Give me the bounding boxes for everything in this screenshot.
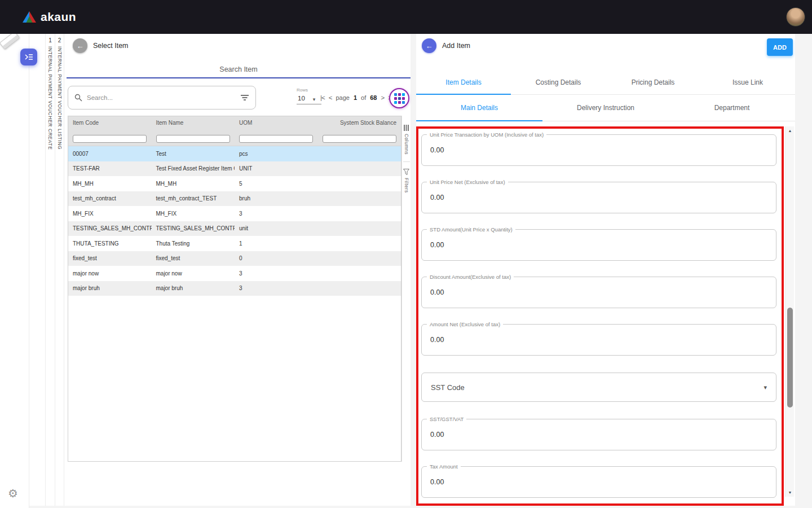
field-label: Unit Price Transaction by UOM (Inclusive…	[427, 132, 546, 138]
cell-item-code: major now	[68, 270, 152, 277]
tab-issue-link[interactable]: Issue Link	[700, 71, 795, 94]
field-value-input[interactable]: 0.00	[430, 241, 444, 249]
cell-item-code: 00007	[68, 151, 152, 157]
cell-item-code: TESTING_SALES_MH_CONTRACT	[68, 225, 152, 231]
next-page-icon[interactable]: >	[381, 94, 384, 101]
scroll-up-icon[interactable]: ▲	[785, 129, 795, 133]
header-item-code[interactable]: Item Code	[68, 120, 152, 126]
cell-item-name: major bruh	[152, 285, 235, 291]
cell-item-name: major now	[152, 270, 235, 277]
user-avatar[interactable]	[786, 7, 805, 27]
field-sst-gst-vat: SST/GST/VAT 0.00	[421, 419, 776, 450]
brand[interactable]: akaun	[23, 10, 76, 24]
panel-title: Select Item	[93, 42, 129, 50]
filters-toggle[interactable]: Filters	[404, 178, 409, 193]
scrollbar[interactable]: ▲ ▼	[785, 126, 794, 497]
cell-item-name: test_mh_contract_TEST	[152, 195, 235, 202]
rows-per-page-select[interactable]: 10 ▾	[297, 93, 321, 104]
field-label: SST/GST/VAT	[427, 416, 466, 422]
strip-divider	[403, 161, 410, 162]
table-row[interactable]: MH_MH MH_MH 5	[68, 176, 401, 191]
cell-item-name: fixed_test	[152, 255, 235, 261]
first-page-icon[interactable]: |<	[320, 94, 325, 101]
app-root: akaun ⚙	[0, 0, 812, 508]
columns-icon[interactable]	[404, 125, 409, 131]
tab-costing-details[interactable]: Costing Details	[511, 71, 606, 94]
gear-icon[interactable]: ⚙	[8, 488, 18, 499]
field-std-amount: STD Amount(Unit Price x Quantity) 0.00	[421, 229, 776, 261]
table-row[interactable]: major now major now 3	[68, 266, 401, 281]
tab-delivery-instruction[interactable]: Delivery Instruction	[542, 95, 669, 121]
add-button[interactable]: ADD	[767, 38, 793, 56]
vertical-tab-voucher-listing[interactable]: 2 INTERNAL PAYMENT VOUCHER LISTING	[55, 34, 64, 506]
cell-item-code: major bruh	[68, 285, 152, 291]
filter-icon[interactable]	[240, 94, 249, 101]
cell-uom: 3	[235, 270, 318, 277]
sst-code-select[interactable]: SST Code ▾	[421, 373, 776, 402]
page-of-word: of	[361, 94, 366, 101]
table-row[interactable]: test_mh_contract test_mh_contract_TEST b…	[68, 191, 401, 207]
field-value-input[interactable]: 0.00	[430, 288, 444, 296]
tab-search-item[interactable]: Search Item	[67, 65, 411, 73]
field-label: Amount Net (Exclusive of tax)	[427, 321, 503, 327]
columns-toggle[interactable]: Columns	[404, 134, 409, 155]
table-row[interactable]: TESTING_SALES_MH_CONTRACT TESTING_SALES_…	[68, 221, 401, 237]
table-row[interactable]: TEST-FAR Test Fixed Asset Register Item …	[68, 161, 401, 177]
filter-input-stock-balance[interactable]	[323, 135, 396, 143]
rows-label: Rows	[297, 87, 321, 93]
table-row[interactable]: MH_FIX MH_FIX 3	[68, 206, 401, 221]
filters-icon[interactable]	[403, 169, 409, 175]
header-stock-balance[interactable]: System Stock Balance	[318, 120, 401, 126]
header-item-name[interactable]: Item Name	[152, 120, 235, 126]
scrollbar-thumb[interactable]	[787, 308, 793, 408]
cell-item-name: MH_FIX	[152, 211, 235, 217]
cell-item-name: Test	[152, 151, 235, 157]
cell-item-code: TEST-FAR	[68, 165, 152, 172]
field-value-input[interactable]: 0.00	[430, 194, 444, 202]
vertical-tab-label: INTERNAL PAYMENT VOUCHER CREATE	[47, 46, 53, 150]
tab-pricing-details[interactable]: Pricing Details	[606, 71, 700, 94]
back-button[interactable]: ←	[422, 38, 436, 53]
header-uom[interactable]: UOM	[235, 120, 318, 126]
cell-uom: 0	[235, 255, 318, 261]
table-row[interactable]: fixed_test fixed_test 0	[68, 251, 401, 266]
apps-grid-icon	[394, 93, 405, 104]
menu-toggle-button[interactable]	[20, 49, 37, 65]
table-row[interactable]: THUTA_TESTING Thuta Testing 1	[68, 236, 401, 251]
cell-item-name: Test Fixed Asset Register Item Co...	[152, 165, 235, 172]
select-chevron-icon: ▾	[764, 384, 767, 391]
tab-main-details[interactable]: Main Details	[416, 95, 542, 121]
tab-item-details[interactable]: Item Details	[416, 71, 511, 94]
vertical-tab-number: 1	[48, 37, 52, 43]
cell-item-name: MH_MH	[152, 181, 235, 187]
rows-per-page: Rows 10 ▾	[297, 87, 321, 104]
vertical-window-tabs: 1 INTERNAL PAYMENT VOUCHER CREATE 2 INTE…	[29, 34, 67, 506]
prev-page-icon[interactable]: <	[329, 94, 332, 101]
tab-department[interactable]: Department	[669, 95, 795, 121]
rows-per-page-value: 10	[298, 95, 305, 102]
field-value-input[interactable]: 0.00	[430, 431, 444, 439]
table-row[interactable]: 00007 Test pcs	[68, 146, 401, 161]
brand-name: akaun	[41, 10, 76, 24]
field-value-input[interactable]: 0.00	[430, 336, 444, 344]
page-total: 68	[370, 94, 377, 101]
apps-grid-button[interactable]	[389, 88, 409, 108]
detail-tabs: Item Details Costing Details Pricing Det…	[416, 71, 795, 95]
filter-input-item-code[interactable]	[73, 135, 147, 143]
table-row[interactable]: major bruh major bruh 3	[68, 281, 401, 296]
filter-input-uom[interactable]	[239, 135, 313, 143]
back-button[interactable]: ←	[73, 38, 87, 53]
cell-uom: 5	[235, 181, 318, 187]
field-value-input[interactable]: 0.00	[430, 146, 444, 154]
cell-uom: pcs	[235, 151, 318, 157]
field-label: STD Amount(Unit Price x Quantity)	[427, 226, 515, 233]
cell-item-name: TESTING_SALES_MH_CONTRACT	[152, 225, 235, 231]
filter-input-item-name[interactable]	[156, 135, 230, 143]
vertical-tab-voucher-create[interactable]: 1 INTERNAL PAYMENT VOUCHER CREATE	[45, 34, 55, 506]
field-value-input[interactable]: 0.00	[430, 478, 444, 486]
scroll-down-icon[interactable]: ▼	[785, 491, 795, 494]
cell-item-code: MH_MH	[68, 181, 152, 187]
search-input[interactable]	[87, 94, 236, 101]
vertical-tab-label: INTERNAL PAYMENT VOUCHER LISTING	[57, 46, 63, 150]
sub-tabs: Main Details Delivery Instruction Depart…	[416, 95, 795, 121]
